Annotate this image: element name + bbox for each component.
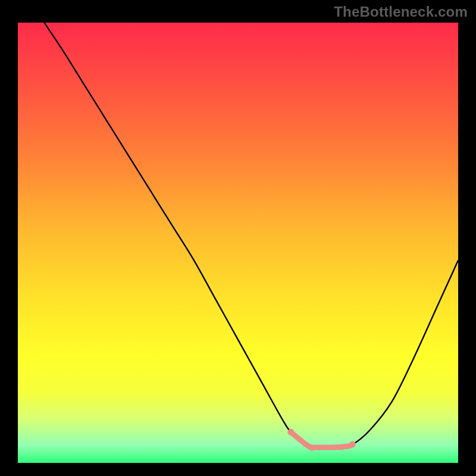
chart-frame: TheBottleneck.com — [0, 0, 476, 476]
optimal-range-start-dot — [287, 429, 294, 436]
optimal-range-marker — [287, 429, 356, 448]
optimal-range-end-dot — [349, 441, 356, 447]
chart-svg — [18, 23, 458, 463]
watermark-text: TheBottleneck.com — [334, 4, 468, 20]
bottleneck-curve — [44, 23, 458, 447]
optimal-range-line — [291, 432, 353, 448]
